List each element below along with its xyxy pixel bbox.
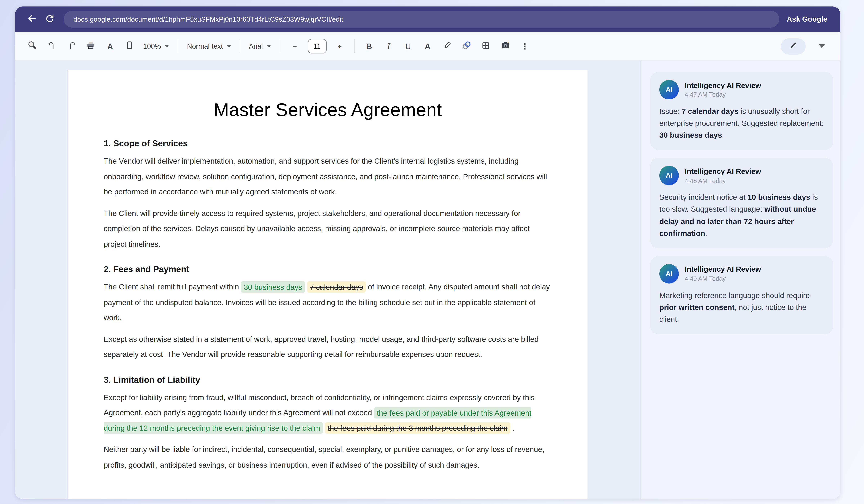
table-icon [481, 41, 491, 52]
comment-emphasis: 30 business days [659, 131, 722, 140]
ai-avatar: AI [659, 264, 679, 283]
url-bar[interactable]: docs.google.com/document/d/1hphmF5xuSFMx… [64, 11, 779, 27]
doc-paragraph: The Client will provide timely access to… [104, 206, 552, 252]
comment-author: Intelligency AI Review [685, 167, 761, 177]
zoom-value: 100% [143, 42, 161, 50]
comment-body: Marketing reference language should requ… [659, 289, 824, 325]
comment-author: Intelligency AI Review [685, 81, 761, 91]
style-value: Normal text [187, 42, 223, 50]
font-select[interactable]: Arial [247, 38, 273, 55]
edit-pencil-icon [789, 41, 797, 51]
comment-header: AIIntelligency AI Review4:49 AM Today [659, 264, 824, 283]
comment-meta: Intelligency AI Review4:49 AM Today [685, 265, 761, 282]
section-heading: 1. Scope of Services [104, 139, 552, 148]
suggested-deletion-text[interactable]: the fees paid during the 3 months preced… [325, 422, 510, 434]
reload-icon [45, 14, 54, 24]
highlight-pencil-icon [442, 41, 452, 52]
comments-panel: AIIntelligency AI Review4:47 AM TodayIss… [640, 61, 840, 499]
comment-body: Issue: 7 calendar days is unusually shor… [659, 105, 824, 141]
insert-link-button[interactable] [459, 38, 474, 55]
toolbar-separator [279, 39, 280, 53]
doc-paragraph: The Client shall remit full payment with… [104, 279, 552, 325]
chevron-down-icon [227, 45, 231, 48]
suggested-deletion-text[interactable]: 7 calendar days [307, 281, 366, 292]
redo-button[interactable] [64, 38, 79, 55]
doc-body: 1. Scope of ServicesThe Vendor will deli… [104, 139, 552, 472]
increase-font-size-button[interactable]: + [332, 38, 347, 55]
desktop-background: docs.google.com/document/d/1hphmF5xuSFMx… [0, 0, 864, 504]
page-format-icon [125, 40, 134, 52]
paint-format-button[interactable] [122, 38, 137, 55]
doc-paragraph: Except for liability arising from fraud,… [104, 390, 552, 436]
chevron-down-icon [165, 45, 169, 48]
back-button[interactable] [24, 12, 39, 26]
print-icon [86, 40, 96, 52]
undo-icon [47, 41, 57, 52]
comments-list: AIIntelligency AI Review4:47 AM TodayIss… [650, 72, 833, 334]
comment-timestamp: 4:47 AM Today [685, 92, 761, 98]
content-area: Master Services Agreement 1. Scope of Se… [15, 61, 840, 499]
font-value: Arial [249, 42, 263, 50]
browser-chrome: docs.google.com/document/d/1hphmF5xuSFMx… [15, 7, 840, 32]
comment-header: AIIntelligency AI Review4:47 AM Today [659, 80, 824, 99]
style-select[interactable]: Normal text [185, 38, 232, 55]
editing-mode-button[interactable] [781, 38, 806, 55]
editing-mode-dropdown[interactable] [812, 38, 827, 55]
insert-image-button[interactable] [498, 38, 513, 55]
toolbar-separator [178, 39, 178, 53]
document-page[interactable]: Master Services Agreement 1. Scope of Se… [68, 70, 588, 499]
chevron-down-icon [267, 45, 271, 48]
redo-icon [67, 41, 76, 52]
italic-button[interactable]: I [381, 38, 396, 55]
bold-button[interactable]: B [362, 38, 377, 55]
text-color-button[interactable]: A [420, 38, 435, 55]
section-heading: 3. Limitation of Liability [104, 375, 552, 385]
comment-card[interactable]: AIIntelligency AI Review4:49 AM TodayMar… [650, 256, 833, 334]
suggested-insertion-text[interactable]: 30 business days [241, 281, 305, 292]
comment-meta: Intelligency AI Review4:48 AM Today [685, 167, 761, 184]
font-size-input[interactable]: 11 [308, 39, 326, 53]
print-button[interactable] [83, 38, 98, 55]
document-canvas: Master Services Agreement 1. Scope of Se… [15, 61, 640, 499]
comment-card[interactable]: AIIntelligency AI Review4:48 AM TodaySec… [650, 158, 833, 248]
chevron-down-icon [818, 44, 825, 48]
insert-table-button[interactable] [478, 38, 493, 55]
comment-timestamp: 4:49 AM Today [685, 276, 761, 282]
decrease-font-size-button[interactable]: − [287, 38, 302, 55]
reload-button[interactable] [42, 12, 57, 26]
underline-button[interactable]: U [400, 38, 416, 55]
comment-author: Intelligency AI Review [685, 265, 761, 275]
comment-card[interactable]: AIIntelligency AI Review4:47 AM TodayIss… [650, 72, 833, 150]
highlight-button[interactable] [440, 38, 455, 55]
comment-timestamp: 4:48 AM Today [685, 178, 761, 184]
url-text: docs.google.com/document/d/1hphmF5xuSFMx… [73, 15, 343, 23]
comment-emphasis: 10 business days [747, 193, 810, 202]
comment-header: AIIntelligency AI Review4:48 AM Today [659, 166, 824, 185]
toolbar-separator [354, 39, 355, 53]
ai-avatar: AI [659, 166, 679, 185]
section-heading: 2. Fees and Payment [104, 265, 552, 274]
more-options-button[interactable]: ⋮ [517, 38, 532, 55]
search-icon [27, 40, 37, 52]
ask-google-button[interactable]: Ask Google [787, 15, 827, 23]
ai-avatar: AI [659, 80, 679, 99]
spellcheck-icon: A [107, 42, 113, 51]
editor-toolbar: A 100% Normal text Arial − [15, 32, 840, 61]
comment-body: Security incident notice at 10 business … [659, 191, 824, 239]
doc-paragraph: The Vendor will deliver implementation, … [104, 153, 552, 200]
comment-emphasis: without undue delay and no later than 72… [659, 205, 816, 237]
comment-emphasis: 7 calendar days [682, 107, 739, 116]
camera-icon [501, 40, 510, 52]
back-arrow-icon [27, 13, 37, 25]
spellcheck-button[interactable]: A [103, 38, 118, 55]
doc-paragraph: Except as otherwise stated in a statemen… [104, 332, 552, 362]
zoom-select[interactable]: 100% [142, 38, 171, 55]
comment-meta: Intelligency AI Review4:47 AM Today [685, 81, 761, 98]
browser-window: docs.google.com/document/d/1hphmF5xuSFMx… [15, 7, 840, 499]
undo-button[interactable] [44, 38, 59, 55]
toolbar-separator [240, 39, 240, 53]
link-icon [461, 40, 471, 52]
search-button[interactable] [25, 38, 40, 55]
toolbar-right-group [781, 38, 833, 55]
comment-emphasis: prior written consent [659, 303, 735, 312]
